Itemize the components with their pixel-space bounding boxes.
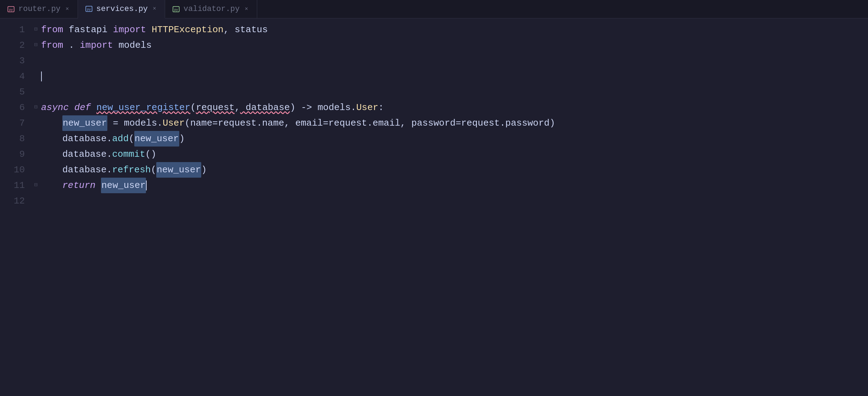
line-num-11: 11 (11, 178, 25, 193)
module-fastapi: fastapi (63, 22, 113, 38)
editor-container: py router.py × py services.py × py (0, 0, 868, 396)
tab-validator-close[interactable]: × (243, 6, 250, 12)
text-cursor-11 (146, 180, 147, 190)
fold-icon-1[interactable]: ⊟ (32, 26, 40, 34)
code-line-10: database . refresh ( new_user ) (32, 162, 868, 178)
arrow-6: -> (295, 100, 317, 115)
line-num-1: 1 (11, 22, 25, 38)
id-models: models (113, 38, 152, 53)
line-num-8: 8 (11, 131, 25, 147)
line-numbers: 1 2 3 4 5 6 7 8 9 10 11 12 (0, 22, 32, 396)
paren-open-8: ( (129, 131, 134, 147)
kw-def: def (74, 100, 91, 115)
line-num-4: 4 (11, 69, 25, 84)
highlight-new-user-7: new_user (62, 115, 107, 131)
code-area[interactable]: 1 2 3 4 5 6 7 8 9 10 11 12 ⊟ from fastap… (0, 18, 868, 396)
line-num-10: 10 (11, 162, 25, 178)
comma-1: , (224, 22, 229, 38)
comma-6: , (235, 100, 240, 115)
code-line-7: new_user = models . User ( name=request … (32, 115, 868, 131)
dot-8: . (107, 131, 112, 147)
space-6b (91, 100, 96, 115)
space-6a (69, 100, 74, 115)
code-line-8: database . add ( new_user ) (32, 131, 868, 147)
dot-7: . (157, 115, 163, 131)
tab-router-close[interactable]: × (64, 6, 71, 12)
id-database-8: database (62, 131, 107, 147)
fold-icon-6[interactable]: ⊟ (32, 104, 40, 111)
tab-services-close[interactable]: × (151, 6, 158, 12)
id-status: status (229, 22, 268, 38)
paren-open-6: ( (190, 100, 196, 115)
code-line-9: database . commit () (32, 147, 868, 162)
id-database-10: database (62, 162, 107, 178)
line-num-2: 2 (11, 38, 25, 53)
kw-from-2: from (41, 38, 63, 53)
param-database: database (240, 100, 290, 115)
code-line-11: ⊟ return new_user (32, 178, 868, 193)
class-httpexception: HTTPException (146, 22, 223, 38)
code-line-3 (32, 53, 868, 69)
kw-import-1: import (113, 22, 146, 38)
paren-close-10: ) (201, 162, 207, 178)
line-num-9: 9 (11, 147, 25, 162)
tab-services-label: services.py (96, 5, 148, 13)
line-num-7: 7 (11, 115, 25, 131)
method-add: add (112, 131, 129, 147)
dot-7b: . (257, 115, 262, 131)
code-line-6: ⊟ async def new_user_register ( request … (32, 100, 868, 115)
code-line-5 (32, 84, 868, 100)
services-file-icon: py (85, 5, 93, 13)
svg-text:py: py (87, 8, 91, 11)
id-database-9: database (62, 147, 107, 162)
kw-async: async (41, 100, 69, 115)
router-file-icon: py (7, 5, 15, 13)
tab-router-label: router.py (18, 5, 61, 13)
paren-close-8: ) (179, 131, 185, 147)
dot-7d: . (500, 115, 506, 131)
kw-return: return (62, 178, 96, 193)
method-refresh: refresh (112, 162, 151, 178)
tab-services[interactable]: py services.py × (78, 0, 165, 18)
validator-file-icon: py (172, 5, 180, 13)
dot-10: . (107, 162, 112, 178)
fold-icon-11[interactable]: ⊟ (32, 182, 40, 189)
comma-7b: , (400, 115, 411, 131)
code-line-2: ⊟ from . import models (32, 38, 868, 53)
dot-9: . (107, 147, 112, 162)
tab-validator-label: validator.py (184, 5, 239, 13)
id-name: name (262, 115, 284, 131)
tab-validator[interactable]: py validator.py × (165, 0, 257, 18)
tab-router[interactable]: py router.py × (0, 0, 78, 18)
paren-open-7: ( (185, 115, 190, 131)
svg-text:py: py (9, 8, 13, 11)
dot-6: . (351, 100, 356, 115)
line-num-3: 3 (11, 53, 25, 69)
kwarg-password: password=request (411, 115, 500, 131)
id-password: password (505, 115, 549, 131)
method-commit: commit (112, 147, 145, 162)
highlight-new-user-10: new_user (156, 162, 201, 178)
fold-icon-2[interactable]: ⊟ (32, 41, 40, 49)
param-request: request (196, 100, 235, 115)
class-user-6: User (356, 100, 378, 115)
colon-6: : (378, 100, 384, 115)
line-num-6: 6 (11, 100, 25, 115)
id-email: email (373, 115, 400, 131)
kwarg-email: email=request (295, 115, 367, 131)
tab-bar: py router.py × py services.py × py (0, 0, 868, 18)
space-7a: = (107, 115, 124, 131)
parens-9: () (145, 147, 156, 162)
kw-import-2: import (80, 38, 113, 53)
paren-close-7: ) (549, 115, 555, 131)
code-lines[interactable]: ⊟ from fastapi import HTTPException , st… (32, 22, 868, 396)
highlight-new-user-11: new_user (101, 178, 146, 193)
id-models-7: models (124, 115, 157, 131)
text-cursor (41, 71, 42, 81)
space-11 (96, 178, 101, 193)
kw-from-1: from (41, 22, 63, 38)
dot-2: . (63, 38, 80, 53)
paren-close-6: ) (290, 100, 295, 115)
fn-new-user-register: new_user_register (96, 100, 190, 115)
class-user-7: User (163, 115, 185, 131)
